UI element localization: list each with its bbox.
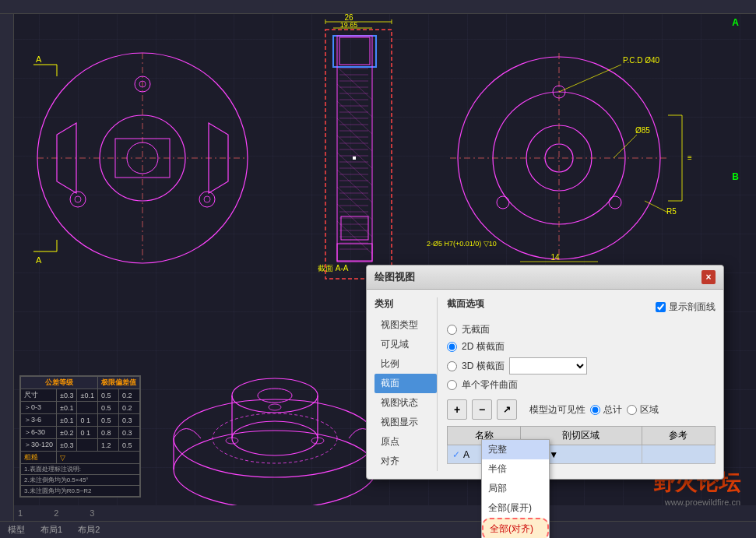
dropdown-item-half[interactable]: 半倍 bbox=[482, 459, 549, 479]
category-item-align[interactable]: 对齐 bbox=[374, 452, 437, 471]
move-button[interactable]: ↗ bbox=[497, 399, 517, 420]
svg-line-56 bbox=[337, 135, 372, 168]
visibility-area-label: 区域 bbox=[640, 403, 659, 417]
cut-area-dropdown-arrow[interactable]: ▼ bbox=[549, 449, 558, 460]
svg-line-55 bbox=[337, 118, 372, 151]
svg-text:14: 14 bbox=[550, 253, 560, 262]
option-single-row: 单个零件曲面 bbox=[447, 378, 716, 392]
status-layout2[interactable]: 布局2 bbox=[78, 524, 100, 536]
dropdown-item-expand-all[interactable]: 全部(展开) bbox=[482, 498, 549, 518]
svg-text:A: A bbox=[36, 55, 42, 64]
tab-num-3: 3 bbox=[90, 508, 94, 518]
tab-num-2: 2 bbox=[54, 508, 58, 518]
option-none-label: 无截面 bbox=[462, 323, 490, 336]
svg-rect-62 bbox=[339, 37, 370, 65]
category-item-origin[interactable]: 原点 bbox=[374, 432, 437, 452]
svg-rect-21 bbox=[337, 36, 372, 262]
svg-text:截面 A-A: 截面 A-A bbox=[318, 264, 349, 273]
category-item-scale[interactable]: 比例 bbox=[374, 354, 437, 374]
visibility-total-radio[interactable] bbox=[590, 405, 600, 415]
svg-point-94 bbox=[174, 431, 376, 508]
cut-area-dropdown-popup: 完整 半倍 局部 全部(展开) 全部(对齐) bbox=[481, 439, 550, 538]
visibility-total-row: 总计 bbox=[590, 403, 622, 417]
svg-line-60 bbox=[337, 204, 372, 237]
3d-section-dropdown[interactable] bbox=[509, 357, 587, 374]
dropdown-item-complete[interactable]: 完整 bbox=[482, 440, 549, 459]
category-item-section[interactable]: 截面 bbox=[374, 374, 437, 393]
category-item-view-state[interactable]: 视图状态 bbox=[374, 393, 437, 413]
svg-rect-63 bbox=[341, 216, 368, 240]
category-item-view-display[interactable]: 视图显示 bbox=[374, 413, 437, 432]
toolbar-row: + − ↗ 模型边可见性 总计 区域 bbox=[447, 399, 716, 420]
svg-point-6 bbox=[199, 192, 215, 207]
svg-line-61 bbox=[337, 221, 372, 254]
option-3d-row: 3D 横截面 bbox=[447, 357, 716, 374]
svg-point-5 bbox=[70, 192, 86, 207]
show-section-line-checkbox[interactable] bbox=[656, 302, 666, 312]
svg-point-98 bbox=[232, 378, 318, 413]
section-radio-group: 无截面 2D 横截面 3D 横截面 单个零件曲面 bbox=[447, 323, 716, 392]
table-cell-reference bbox=[642, 445, 715, 464]
tab-numbers: 1 2 3 bbox=[14, 505, 756, 521]
svg-point-103 bbox=[269, 404, 281, 410]
dropdown-item-align-all[interactable]: 全部(对齐) bbox=[482, 518, 549, 538]
svg-rect-64 bbox=[337, 244, 372, 261]
svg-line-54 bbox=[337, 101, 372, 134]
option-3d-label: 3D 横截面 bbox=[462, 360, 505, 373]
svg-rect-65 bbox=[353, 156, 356, 160]
svg-point-8 bbox=[75, 196, 81, 202]
visibility-label: 模型边可见性 bbox=[529, 403, 585, 417]
visibility-total-label: 总计 bbox=[603, 403, 622, 417]
watermark-sub: www.proewildfire.cn bbox=[653, 498, 740, 507]
svg-text:Ø85: Ø85 bbox=[635, 126, 650, 135]
svg-point-106 bbox=[258, 389, 292, 403]
category-item-view-type[interactable]: 视图类型 bbox=[374, 315, 437, 335]
dialog-title: 绘图视图 bbox=[374, 270, 415, 284]
status-model[interactable]: 模型 bbox=[8, 524, 25, 536]
svg-text:R5: R5 bbox=[666, 207, 677, 216]
svg-text:P.C.D Ø40: P.C.D Ø40 bbox=[623, 56, 659, 65]
svg-point-99 bbox=[232, 421, 318, 455]
content-panel: 截面选项 显示剖面线 无截面 2D 横截面 3D 横截面 bbox=[437, 297, 716, 471]
svg-text:A: A bbox=[36, 255, 42, 265]
show-section-line-row: 显示剖面线 bbox=[656, 301, 716, 314]
category-label: 类别 bbox=[374, 297, 437, 311]
category-item-visible-area[interactable]: 可见域 bbox=[374, 335, 437, 354]
remove-button[interactable]: − bbox=[472, 399, 492, 420]
svg-point-80 bbox=[609, 196, 621, 209]
svg-line-52 bbox=[337, 67, 372, 100]
visibility-area-radio[interactable] bbox=[627, 405, 637, 415]
svg-text:19.65: 19.65 bbox=[340, 21, 358, 29]
option-single-label: 单个零件曲面 bbox=[462, 378, 518, 392]
add-button[interactable]: + bbox=[447, 399, 467, 420]
status-layout1[interactable]: 布局1 bbox=[40, 524, 62, 536]
svg-line-59 bbox=[337, 187, 372, 220]
status-bar: 模型 布局1 布局2 bbox=[0, 521, 756, 538]
table-header-reference: 参考 bbox=[642, 427, 715, 445]
ruler-left bbox=[0, 0, 14, 538]
show-section-line-label: 显示剖面线 bbox=[669, 301, 716, 314]
option-none-radio[interactable] bbox=[447, 325, 457, 335]
option-2d-row: 2D 横截面 bbox=[447, 340, 716, 353]
svg-line-53 bbox=[337, 84, 372, 117]
svg-line-81 bbox=[559, 65, 621, 92]
tolerance-table: 公差等级 极限偏差值 尺寸±0.3±0.10.50.2 ＞0-3±0.10.50… bbox=[19, 375, 141, 498]
section-header-row: 截面选项 显示剖面线 bbox=[447, 297, 716, 317]
dropdown-item-local[interactable]: 局部 bbox=[482, 479, 549, 498]
visibility-area-row: 区域 bbox=[627, 403, 659, 417]
option-3d-radio[interactable] bbox=[447, 361, 457, 371]
svg-point-9 bbox=[204, 196, 210, 202]
svg-text:≡: ≡ bbox=[687, 153, 692, 162]
tab-num-1: 1 bbox=[18, 508, 23, 518]
option-2d-label: 2D 横截面 bbox=[462, 340, 505, 353]
category-panel: 类别 视图类型 可见域 比例 截面 视图状态 视图显示 原点 对齐 bbox=[374, 297, 437, 471]
ruler-top bbox=[0, 0, 756, 14]
svg-text:2-Ø5 H7(+0.01/0) ▽10: 2-Ø5 H7(+0.01/0) ▽10 bbox=[427, 240, 497, 248]
section-options-label: 截面选项 bbox=[447, 297, 484, 311]
svg-line-58 bbox=[337, 170, 372, 202]
dialog-titlebar: 绘图视图 × bbox=[367, 265, 723, 290]
dialog-close-button[interactable]: × bbox=[701, 270, 716, 284]
option-2d-radio[interactable] bbox=[447, 342, 457, 352]
option-single-radio[interactable] bbox=[447, 380, 457, 390]
svg-point-95 bbox=[174, 399, 376, 477]
